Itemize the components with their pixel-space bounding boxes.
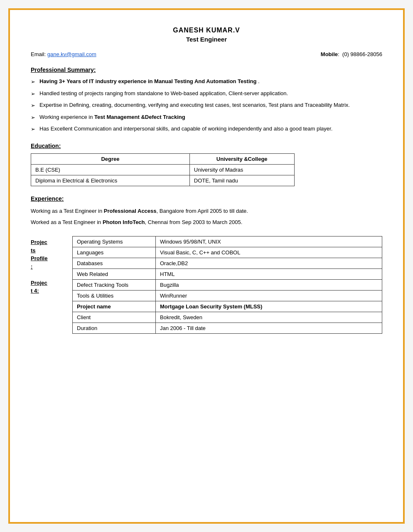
degree-value: B.E (CSE) (31, 164, 190, 175)
row-label: Web Related (73, 269, 156, 280)
list-item: ➢ Expertise in Defining, creating, docum… (31, 101, 382, 110)
row-label: Databases (73, 258, 156, 269)
table-row: Defect Tracking Tools Bugzilla (73, 280, 382, 291)
project-name-value: Mortgage Loan Security System (MLSS) (156, 301, 382, 312)
table-row: Project name Mortgage Loan Security Syst… (73, 301, 382, 312)
candidate-title: Test Engineer (31, 36, 382, 43)
table-row: Diploma in Electrical & Electronics DOTE… (31, 175, 295, 186)
bullet-arrow-icon: ➢ (31, 125, 35, 133)
table-row: B.E (CSE) University of Madras (31, 164, 295, 175)
experience-line-2: Worked as a Test Engineer in Photon Info… (31, 217, 382, 227)
list-item: ➢ Has Excellent Communication and interp… (31, 125, 382, 133)
bullet-arrow-icon: ➢ (31, 101, 35, 110)
email-link[interactable]: gane.kv@gmail.com (47, 51, 96, 57)
list-item: ➢ Working experience in Test Management … (31, 113, 382, 122)
bullet-text: Expertise in Defining, creating, documen… (39, 101, 382, 109)
experience-section: Experience: Working as a Test Engineer i… (31, 195, 382, 227)
mobile-label: Mobile (321, 51, 338, 57)
bullet-arrow-icon: ➢ (31, 78, 35, 86)
bullet-text: Has Excellent Communication and interper… (39, 125, 382, 133)
bullet-text: Handled testing of projects ranging from… (39, 89, 382, 98)
experience-title: Experience: (31, 195, 382, 202)
row-value: HTML (156, 269, 382, 280)
row-label: Tools & Utilities (73, 291, 156, 301)
row-value: WinRunner (156, 291, 382, 301)
col-university: University &College (189, 153, 294, 164)
header: GANESH KUMAR.V Test Engineer (31, 27, 382, 43)
row-label: Operating Systems (73, 236, 156, 247)
professional-summary-list: ➢ Having 3+ Years of IT industry experie… (31, 77, 382, 133)
row-label: Defect Tracking Tools (73, 280, 156, 291)
bullet-arrow-icon: ➢ (31, 90, 35, 98)
row-value: Bugzilla (156, 280, 382, 291)
education-section: Education: Degree University &College B.… (31, 143, 382, 186)
education-title: Education: (31, 143, 382, 149)
mobile-section: Mobile: (0) 98866-28056 (321, 51, 382, 57)
candidate-name: GANESH KUMAR.V (31, 27, 382, 34)
professional-summary-title: Professional Summary: (31, 66, 382, 73)
bullet-text: Working experience in Test Management &D… (39, 113, 382, 121)
projects-label: ProjectsProfile: Project 4: (31, 236, 72, 295)
projects-layout: ProjectsProfile: Project 4: Operating Sy… (31, 236, 382, 334)
row-label: Client (73, 312, 156, 323)
col-degree: Degree (31, 153, 190, 164)
professional-summary-section: Professional Summary: ➢ Having 3+ Years … (31, 66, 382, 133)
row-value: Jan 2006 - Till date (156, 323, 382, 334)
mobile-value: (0) 98866-28056 (342, 51, 382, 57)
contact-row: Email: gane.kv@gmail.com Mobile: (0) 988… (31, 51, 382, 57)
table-row: Client Bokredit, Sweden (73, 312, 382, 323)
table-header-row: Degree University &College (31, 153, 295, 164)
bullet-text: Having 3+ Years of IT industry experienc… (39, 77, 382, 86)
table-row: Tools & Utilities WinRunner (73, 291, 382, 301)
table-row: Web Related HTML (73, 269, 382, 280)
table-row: Operating Systems Windows 95/98/NT, UNIX (73, 236, 382, 247)
bullet-arrow-icon: ➢ (31, 113, 35, 122)
experience-line-1: Working as a Test Engineer in Profession… (31, 206, 382, 216)
row-value: Bokredit, Sweden (156, 312, 382, 323)
row-value: Oracle,DB2 (156, 258, 382, 269)
table-row: Databases Oracle,DB2 (73, 258, 382, 269)
table-row: Duration Jan 2006 - Till date (73, 323, 382, 334)
projects-table: Operating Systems Windows 95/98/NT, UNIX… (72, 236, 382, 334)
row-value: Windows 95/98/NT, UNIX (156, 236, 382, 247)
university-value: DOTE, Tamil nadu (189, 175, 294, 186)
email-section: Email: gane.kv@gmail.com (31, 51, 96, 57)
education-table: Degree University &College B.E (CSE) Uni… (31, 153, 295, 186)
row-value: Visual Basic, C, C++ and COBOL (156, 247, 382, 258)
resume-page: GANESH KUMAR.V Test Engineer Email: gane… (8, 8, 405, 524)
project-name-label: Project name (73, 301, 156, 312)
university-value: University of Madras (189, 164, 294, 175)
email-label: Email (31, 51, 44, 57)
row-label: Duration (73, 323, 156, 334)
degree-value: Diploma in Electrical & Electronics (31, 175, 190, 186)
list-item: ➢ Having 3+ Years of IT industry experie… (31, 77, 382, 86)
row-label: Languages (73, 247, 156, 258)
projects-section: ProjectsProfile: Project 4: Operating Sy… (31, 236, 382, 334)
table-row: Languages Visual Basic, C, C++ and COBOL (73, 247, 382, 258)
list-item: ➢ Handled testing of projects ranging fr… (31, 89, 382, 98)
